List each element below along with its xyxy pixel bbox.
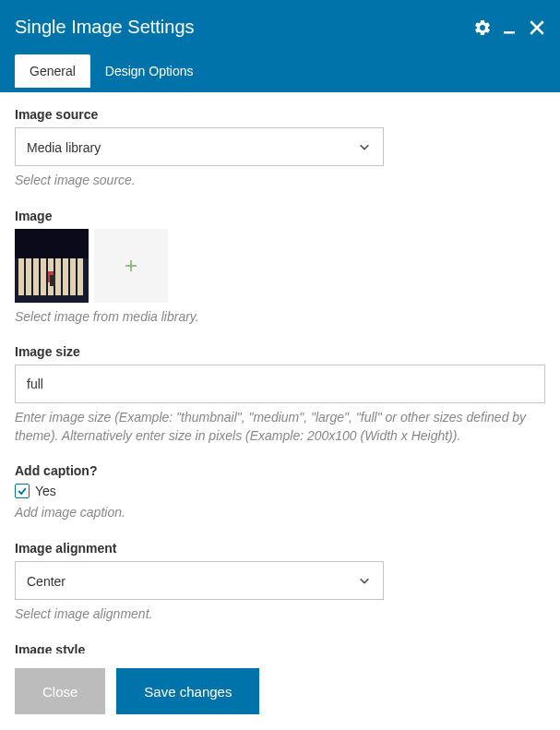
- field-image-source: Image source Media library Select image …: [15, 107, 545, 190]
- close-icon[interactable]: [529, 19, 545, 36]
- add-caption-checkbox[interactable]: [15, 484, 30, 498]
- close-button[interactable]: Close: [15, 668, 105, 714]
- image-alignment-label: Image alignment: [15, 541, 545, 556]
- image-size-label: Image size: [15, 344, 545, 359]
- field-image-style: Image style: [15, 642, 545, 653]
- image-alignment-hint: Select image alignment.: [15, 605, 545, 624]
- field-add-caption: Add caption? Yes Add image caption.: [15, 463, 545, 522]
- image-thumbnail[interactable]: [15, 229, 89, 303]
- tab-general[interactable]: General: [15, 54, 90, 88]
- field-image-size: Image size Enter image size (Example: "t…: [15, 344, 545, 445]
- image-hint: Select image from media library.: [15, 308, 545, 327]
- field-image: Image Select image from media library.: [15, 209, 545, 327]
- gear-icon[interactable]: [473, 18, 492, 37]
- image-label: Image: [15, 209, 545, 223]
- add-caption-hint: Add image caption.: [15, 504, 545, 522]
- image-size-hint: Enter image size (Example: "thumbnail", …: [15, 409, 545, 445]
- add-caption-label: Add caption?: [15, 463, 545, 478]
- image-source-hint: Select image source.: [15, 172, 545, 190]
- field-image-alignment: Image alignment Center Select image alig…: [15, 541, 545, 624]
- add-caption-checkbox-label: Yes: [35, 484, 56, 498]
- plus-icon: [124, 258, 138, 273]
- minimize-icon[interactable]: [503, 20, 518, 35]
- image-alignment-select[interactable]: Center: [15, 561, 384, 600]
- image-size-input[interactable]: [15, 365, 545, 403]
- modal-title: Single Image Settings: [15, 17, 195, 38]
- modal-body: Image source Media library Select image …: [0, 92, 560, 653]
- svg-rect-0: [504, 31, 515, 34]
- add-image-button[interactable]: [94, 229, 168, 303]
- modal-footer: Close Save changes: [0, 653, 560, 730]
- modal-header: Single Image Settings General Design Opt…: [0, 0, 560, 92]
- tab-design-options[interactable]: Design Options: [90, 54, 209, 88]
- image-style-label: Image style: [15, 642, 545, 653]
- image-source-label: Image source: [15, 107, 545, 122]
- header-controls: [473, 18, 545, 37]
- tabs: General Design Options: [15, 54, 545, 88]
- save-button[interactable]: Save changes: [116, 668, 259, 714]
- image-source-select[interactable]: Media library: [15, 127, 384, 166]
